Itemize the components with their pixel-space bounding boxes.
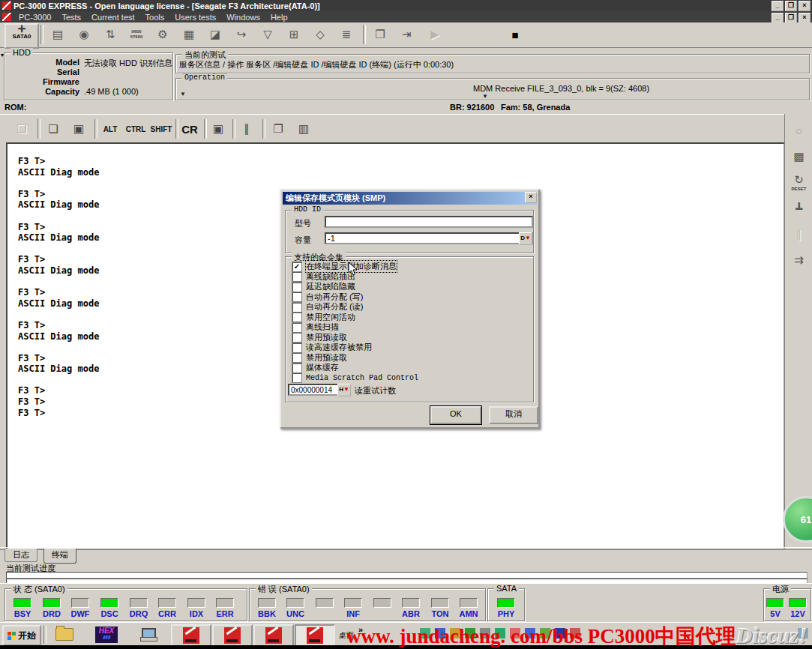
tab-log[interactable]: 日志 [4, 549, 37, 562]
copy-terminal-button[interactable]: ❐ [267, 118, 289, 140]
task-button-pc3000-1[interactable] [171, 624, 211, 647]
password-button[interactable]: ◉ [73, 24, 95, 45]
checkbox-box[interactable]: ✓ [292, 262, 302, 272]
key-icon: ◉ [79, 28, 88, 41]
terminal-toolbar: ❏ ❏ ▣ ALT CTRL SHIFT CR ▣ ∥ ❐ ▥ [0, 114, 812, 143]
task-button-pc3000-3[interactable] [253, 624, 294, 647]
model-input[interactable] [325, 216, 533, 228]
menu-help[interactable]: Help [265, 13, 293, 22]
next-step-button[interactable]: ⇉ [788, 249, 810, 271]
device-io-button[interactable]: ⇅ [99, 24, 121, 45]
baud-rate-button[interactable]: 960057600 [125, 24, 148, 45]
run-test-button[interactable]: ▶ [424, 24, 446, 45]
quicklaunch-computer-button[interactable] [133, 625, 163, 644]
close-button[interactable]: × [799, 1, 811, 11]
structure-button[interactable]: ◇ [309, 24, 331, 45]
sata0-port-button[interactable]: ✛ SATA0 [4, 23, 39, 49]
menu-tools[interactable]: Tools [140, 13, 170, 22]
menu-pc3000[interactable]: PC-3000 [13, 13, 56, 22]
task-button-pc3000-4-active[interactable] [295, 624, 335, 647]
print-button[interactable]: ▥ [292, 118, 315, 140]
checkbox-box[interactable] [292, 372, 302, 383]
cancel-button[interactable]: 取消 [489, 406, 538, 424]
operation-status-dropdown-icon[interactable]: ▼ [482, 93, 488, 100]
checkbox-row[interactable]: 延迟缺陷隐藏 [292, 282, 355, 292]
tab-terminal[interactable]: 终端 [43, 549, 76, 564]
card-button[interactable]: ◪ [204, 24, 226, 45]
checkbox-row[interactable]: 禁用预读取 [292, 333, 347, 342]
page-icon: ❏ [16, 122, 26, 136]
checkbox-row[interactable]: 读高速缓存被禁用 [292, 342, 372, 352]
data-transfer-button[interactable]: ↪ [230, 24, 253, 45]
checkbox-row[interactable]: 禁用预读取 [292, 353, 347, 363]
ok-button[interactable]: OK [430, 406, 481, 424]
checkbox-row[interactable]: 媒体缓存 [292, 363, 339, 372]
menu-windows[interactable]: Windows [221, 13, 265, 22]
led-dwf [71, 598, 89, 608]
report-button[interactable]: ▤ [46, 24, 69, 45]
restore-button[interactable]: ❐ [785, 1, 797, 11]
script-close-button[interactable]: ❏ [10, 118, 33, 140]
checkbox-box[interactable] [292, 302, 302, 313]
checkbox-box[interactable] [292, 363, 302, 373]
ctrl-key-button[interactable]: CTRL [123, 118, 148, 140]
filter-button[interactable]: ▽ [256, 24, 279, 45]
minimize-button[interactable]: _ [772, 1, 784, 11]
checkbox-box[interactable] [292, 312, 302, 322]
capacity-dec-button[interactable]: D▼ [519, 232, 532, 245]
child-restore-button[interactable]: ❐ [785, 13, 797, 23]
table-button[interactable]: ⊞ [283, 24, 305, 45]
start-button[interactable]: 开始 [2, 625, 41, 646]
script-new-button[interactable]: ❏ [42, 118, 64, 140]
capacity-input[interactable] [325, 232, 533, 244]
led-panel: 状 态 (SATA0) BSY DRD DWF DSC DRQ CRR IDX … [0, 583, 812, 623]
checkbox-box[interactable] [292, 282, 302, 292]
checkbox-box[interactable] [292, 271, 302, 282]
chip-button[interactable]: ▦ [178, 24, 200, 45]
cr-button[interactable]: CR [178, 118, 201, 140]
checkbox-row[interactable]: 禁用空闲活动 [292, 313, 355, 322]
ground-plug-button[interactable]: ┻ [788, 198, 810, 220]
checkbox-box[interactable] [292, 342, 302, 353]
utility-settings-button[interactable]: ⚙ [151, 24, 174, 45]
dialog-close-button[interactable]: × [525, 192, 537, 203]
checkbox-box[interactable] [292, 322, 302, 333]
reset-button[interactable]: ↻ RESET [788, 171, 810, 193]
menu-users-tests[interactable]: Users tests [169, 13, 221, 22]
checkbox-row[interactable]: ✓在终端显示附加诊断消息 [292, 262, 397, 271]
checkbox-row[interactable]: 自动再分配 (读) [292, 302, 363, 312]
list-button[interactable]: ≣ [335, 24, 358, 45]
adapter-card-button[interactable]: ▩ [788, 145, 810, 167]
pause-side-button[interactable]: ∥ [788, 223, 810, 245]
task-button-pc3000-2[interactable] [212, 624, 253, 647]
checkbox-row[interactable]: 自动再分配 (写) [292, 292, 363, 302]
retry-hex-button[interactable]: H▼ [337, 384, 351, 396]
alt-key-button[interactable]: ALT [97, 118, 123, 140]
model-field-label: 型号 [295, 218, 311, 229]
checkbox-row[interactable]: 离线缺陷抽出 [292, 272, 355, 282]
adapter-card-icon: ▩ [793, 150, 804, 163]
child-minimize-button[interactable]: _ [772, 13, 784, 23]
checkbox-row[interactable]: 离线扫描 [292, 322, 339, 332]
retry-count-input[interactable] [288, 384, 339, 396]
checkbox-row[interactable]: Media Scratch Pad Control [292, 373, 418, 383]
copy-windows-button[interactable]: ❐ [369, 24, 391, 45]
menu-current-test[interactable]: Current test [86, 13, 139, 22]
shift-key-button[interactable]: SHIFT [148, 118, 174, 140]
checkbox-box[interactable] [292, 332, 302, 342]
power-connector-button[interactable]: ◌ [788, 120, 810, 142]
menu-tests[interactable]: Tests [56, 13, 86, 22]
dialog-title-bar[interactable]: 编辑保存模式页模块 (SMP) [283, 192, 537, 205]
quicklaunch-hex-button[interactable]: HEX▮▮▮ [91, 625, 121, 644]
pause-terminal-button[interactable]: ∥ [235, 118, 258, 140]
operation-dropdown-icon[interactable]: ▼ [180, 91, 186, 97]
exit-button[interactable]: ⇥ [395, 24, 418, 45]
save-log-button[interactable]: ▣ [207, 118, 229, 140]
checkbox-box[interactable] [292, 352, 302, 363]
checkbox-box[interactable] [292, 292, 302, 302]
stop-test-button[interactable]: ■ [504, 24, 526, 45]
quicklaunch-folder-button[interactable] [49, 625, 79, 644]
script-save-button[interactable]: ▣ [67, 118, 90, 140]
child-close-button[interactable]: × [799, 13, 811, 23]
progress-bar-total [6, 572, 808, 579]
